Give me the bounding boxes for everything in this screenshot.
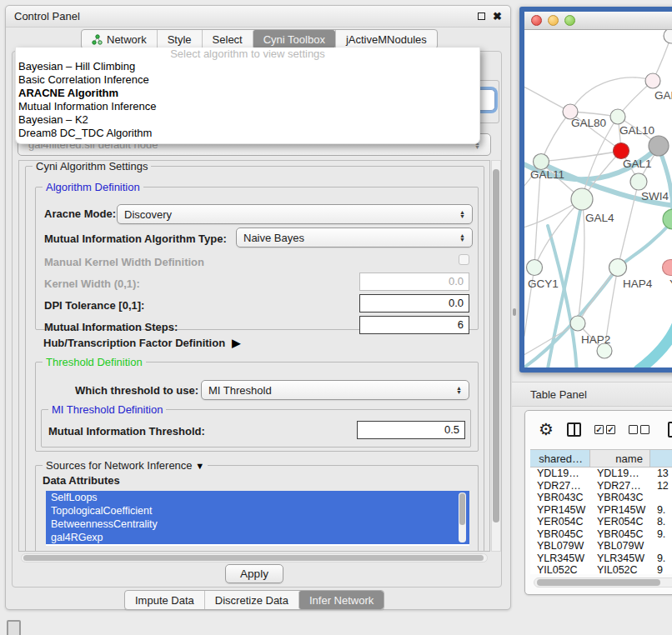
threshold-definition-title: Threshold Definition [43, 356, 146, 368]
tab-select[interactable]: Select [202, 30, 253, 48]
cyni-settings-scrollpane: Cyni Algorithm Settings Algorithm Defini… [18, 160, 490, 552]
table-row[interactable]: YER054C YER054C 8. [530, 516, 672, 528]
tab-network[interactable]: Network [82, 30, 157, 48]
aracne-mode-combobox[interactable]: Discovery ▲▼ [117, 204, 473, 224]
zoom-traffic-light-icon[interactable] [564, 15, 575, 26]
tab-jactivemnodules[interactable]: jActiveMNodules [335, 30, 437, 48]
minimize-traffic-light-icon[interactable] [548, 15, 559, 26]
tab-discretize-data[interactable]: Discretize Data [204, 591, 298, 609]
settings-gear-icon[interactable]: ⚙ [539, 421, 554, 438]
mi-threshold-label: Mutual Information Threshold: [48, 425, 205, 438]
tab-impute-data[interactable]: Impute Data [125, 591, 204, 609]
network-edge[interactable] [639, 325, 672, 368]
network-node-swi4[interactable] [630, 173, 647, 190]
list-item[interactable]: gal4RGexp [46, 531, 469, 544]
tab-cyni-toolbox[interactable]: Cyni Toolbox [253, 30, 335, 48]
network-node-label: GAL80 [571, 117, 606, 129]
table-row[interactable]: YPR145W YPR145W 9. [530, 504, 672, 517]
network-view-window[interactable]: GALGAL80GAL10GAL1GAL11SWI4GAL4GCY1HAP4YH… [519, 7, 672, 372]
sources-group-title[interactable]: Sources for Network Inference ▼ [43, 459, 208, 472]
algorithm-option[interactable]: Bayesian – K2 [16, 113, 479, 127]
network-node-gal1[interactable] [614, 143, 629, 159]
data-attributes-list[interactable]: SelfLoops TopologicalCoefficient Between… [46, 491, 469, 546]
algorithm-option[interactable]: Bayesian – Hill Climbing [16, 60, 479, 73]
aracne-mode-label: Aracne Mode: [44, 208, 116, 220]
mi-threshold-group: MI Threshold Definition Mutual Informati… [41, 409, 471, 448]
apply-button[interactable]: Apply [225, 564, 283, 583]
network-node-y[interactable] [663, 260, 672, 276]
list-item[interactable]: TopologicalCoefficient [46, 504, 469, 518]
network-node-hap2[interactable] [570, 316, 585, 331]
column-header-name[interactable]: name [590, 450, 650, 467]
which-threshold-combobox[interactable]: MI Threshold ▲▼ [201, 380, 469, 400]
algorithm-definition-group: Algorithm Definition Aracne Mode: Discov… [35, 187, 479, 330]
table-row[interactable]: YBR043C YBR043C [530, 492, 672, 504]
deselect-all-checkboxes-icon[interactable] [629, 425, 649, 434]
attribute-table: shared… name YDL19… YDL19… 13 YDR27… YDR… [530, 449, 672, 594]
cyni-algorithm-settings-group: Cyni Algorithm Settings Algorithm Defini… [25, 166, 484, 552]
table-row[interactable]: YLR345W YLR345W 9. [530, 552, 672, 565]
network-window-titlebar[interactable] [524, 12, 672, 30]
network-node-gcy1[interactable] [527, 260, 543, 276]
algorithm-option[interactable]: Dream8 DC_TDC Algorithm [16, 127, 479, 140]
list-vertical-scrollbar[interactable] [459, 492, 466, 542]
mi-threshold-field[interactable]: 0.5 [357, 421, 465, 439]
network-edge[interactable] [570, 78, 653, 112]
table-row[interactable]: YBR045C YBR045C 9. [530, 528, 672, 541]
settings-horizontal-scrollbar[interactable] [21, 553, 488, 562]
table-toolbar: ⚙ ✓✓ [525, 411, 672, 448]
network-edge[interactable] [541, 151, 621, 162]
network-canvas[interactable]: GALGAL80GAL10GAL1GAL11SWI4GAL4GCY1HAP4YH… [524, 30, 672, 368]
network-edge[interactable] [659, 148, 672, 219]
control-panel-tabbar: Network Style Select Cyni Toolbox jActiv… [81, 29, 438, 49]
network-node[interactable] [597, 343, 612, 358]
algorithm-dropdown-popup: Select algorithm to view settings Bayesi… [15, 48, 480, 144]
expanded-arrow-icon: ▼ [195, 461, 204, 471]
table-horizontal-scrollbar[interactable] [534, 578, 672, 588]
list-item[interactable]: SelfLoops [46, 491, 469, 504]
network-edge[interactable] [541, 112, 570, 162]
settings-vertical-scrollbar[interactable] [491, 160, 501, 552]
network-edge[interactable] [618, 221, 672, 268]
new-page-icon[interactable] [668, 422, 672, 438]
algorithm-option[interactable]: Basic Correlation Inference [16, 73, 479, 87]
control-panel-titlebar[interactable]: Control Panel ✖ [6, 6, 510, 28]
network-node-gal11[interactable] [534, 154, 549, 170]
mi-algorithm-type-combobox[interactable]: Naive Bayes ▲▼ [236, 228, 473, 248]
split-panel-icon[interactable] [567, 422, 581, 437]
network-node-gal10[interactable] [610, 109, 625, 124]
tab-infer-network[interactable]: Infer Network [298, 591, 384, 609]
network-node-gal[interactable] [645, 73, 660, 88]
algorithm-option[interactable]: Mutual Information Inference [16, 100, 479, 113]
desktop: Control Panel ✖ Network S [0, 0, 672, 635]
close-icon[interactable]: ✖ [493, 11, 502, 22]
table-row[interactable]: YDL19… YDL19… 13 [530, 468, 672, 480]
mi-steps-field[interactable]: 6 [359, 316, 469, 334]
table-row[interactable]: YIL052C YIL052C 9 [530, 564, 672, 574]
hub-definition-toggle[interactable]: Hub/Transcription Factor Definition ▶ [43, 337, 240, 349]
table-row[interactable]: YBL079W YBL079W [530, 540, 672, 552]
network-node[interactable] [649, 136, 669, 156]
dpi-tolerance-field[interactable]: 0.0 [359, 294, 469, 312]
network-node-label: GCY1 [528, 278, 559, 290]
algorithm-option[interactable]: ARACNE Algorithm [16, 87, 479, 100]
network-node-hap4[interactable] [609, 259, 627, 277]
aracne-mode-value: Discovery [124, 208, 172, 221]
minimized-panel-icon[interactable] [7, 620, 21, 635]
close-traffic-light-icon[interactable] [531, 15, 542, 26]
manual-kernel-width-label: Manual Kernel Width Definition [44, 256, 204, 268]
column-header-shared-name[interactable]: shared… [530, 450, 590, 467]
tab-style[interactable]: Style [157, 30, 202, 48]
select-all-checkboxes-icon[interactable]: ✓✓ [594, 425, 615, 434]
network-node-gal4[interactable] [571, 188, 593, 210]
list-item[interactable]: BetweennessCentrality [46, 518, 469, 531]
network-graph[interactable]: GALGAL80GAL10GAL1GAL11SWI4GAL4GCY1HAP4YH… [524, 30, 672, 368]
column-header-partial[interactable] [650, 450, 672, 467]
table-panel-header: Table Panel [512, 382, 672, 407]
algorithm-placeholder: Select algorithm to view settings [16, 48, 479, 60]
network-node[interactable] [663, 209, 672, 229]
network-node[interactable] [664, 30, 672, 43]
float-window-icon[interactable] [478, 12, 485, 20]
table-row[interactable]: YDR27… YDR27… 12 [530, 480, 672, 492]
panel-splitter-handle[interactable] [513, 308, 516, 316]
